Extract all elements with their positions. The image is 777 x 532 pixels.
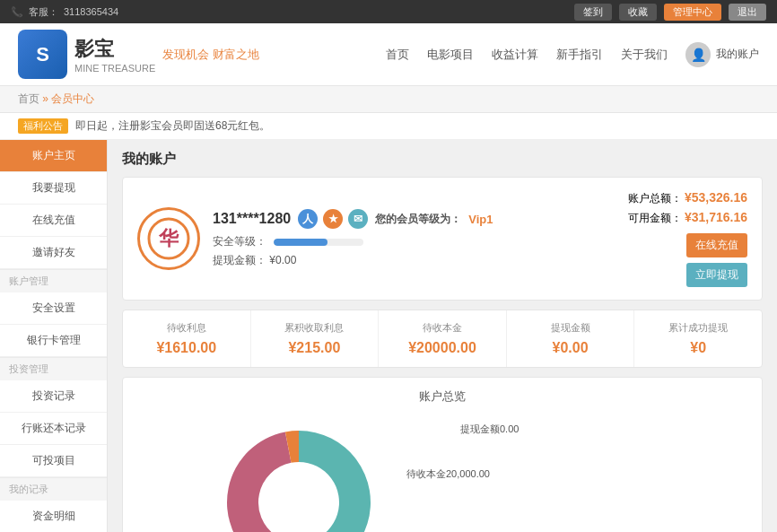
frozen-amount: ¥0.00	[269, 254, 296, 266]
stat-item-2: 待收本金¥20000.00	[379, 310, 507, 367]
stats-row: 待收利息¥1610.00累积收取利息¥215.00待收本金¥20000.00提现…	[122, 310, 763, 368]
breadcrumb-current: 会员中心	[51, 92, 94, 105]
chart-title: 账户总览	[137, 388, 747, 405]
breadcrumb-home[interactable]: 首页	[18, 92, 39, 105]
stat-value-2: ¥20000.00	[388, 340, 497, 356]
nav-about[interactable]: 关于我们	[621, 47, 668, 63]
available-amount: ¥31,716.16	[685, 210, 747, 224]
logo-text-block: 影宝 MINE TREASURE	[74, 36, 155, 74]
security-label: 安全等级：	[213, 234, 266, 249]
total-balance-amount: ¥53,326.16	[685, 190, 747, 205]
account-icons: 人 ★ ✉	[298, 209, 368, 229]
security-bar: 安全等级：	[213, 234, 615, 249]
topbar-right: 签到 收藏 管理中心 退出	[574, 4, 766, 21]
account-card: 华 131****1280 人 ★ ✉ 您的会员等级为： Vip1 安全等级：	[122, 177, 763, 301]
stat-item-4: 累计成功提现¥0	[634, 310, 762, 367]
sidebar-item-invite[interactable]: 邀请好友	[0, 237, 107, 269]
withdraw-button[interactable]: 立即提现	[686, 263, 747, 287]
chart-area: 账户总览 提现金额0.00 待收本金20,000.00 可用金额31,716.1…	[122, 377, 763, 532]
sidebar-item-repay-record[interactable]: 行账还本记录	[0, 413, 107, 445]
content-area: 我的账户 华 131****1280 人 ★ ✉ 您的会员等级为：	[108, 140, 777, 532]
customer-service-phone: 3118365434	[64, 6, 118, 17]
donut-chart-svg	[209, 413, 388, 533]
stat-value-4: ¥0	[643, 340, 753, 356]
sidebar-item-fund-detail[interactable]: 资金明细	[0, 501, 107, 532]
chart-label-principal: 待收本金20,000.00	[406, 467, 490, 481]
security-progress-bar	[274, 239, 363, 246]
chart-container: 提现金额0.00 待收本金20,000.00 可用金额31,716.16 待收利…	[137, 414, 747, 532]
logout-button[interactable]: 退出	[729, 4, 766, 21]
svg-text:华: 华	[158, 227, 179, 249]
account-title: 我的账户	[122, 151, 763, 168]
header: S 影宝 MINE TREASURE 发现机会 财富之地 首页 电影项目 收益计…	[0, 23, 777, 86]
topbar-left: 📞 客服： 3118365434	[11, 5, 118, 19]
account-phone-row: 131****1280 人 ★ ✉ 您的会员等级为： Vip1	[213, 209, 615, 229]
announcement-tag: 福利公告	[18, 118, 68, 134]
chart-label-frozen: 提现金额0.00	[460, 423, 519, 436]
security-progress-fill	[274, 239, 327, 246]
sidebar-group-invest: 投资管理	[0, 357, 107, 380]
vip-label: 您的会员等级为：	[375, 212, 461, 227]
stat-value-3: ¥0.00	[516, 340, 625, 356]
stat-item-3: 提现金额¥0.00	[507, 310, 635, 367]
collect-button[interactable]: 收藏	[619, 4, 657, 21]
stat-value-0: ¥1610.00	[132, 340, 241, 356]
logo-sub-text: MINE TREASURE	[74, 63, 155, 74]
sidebar-item-security[interactable]: 安全设置	[0, 292, 107, 325]
customer-service-label: 客服：	[29, 5, 58, 19]
breadcrumb: 首页 » 会员中心	[0, 86, 777, 113]
sidebar-item-projects[interactable]: 可投项目	[0, 445, 107, 477]
total-balance-row: 账户总额： ¥53,326.16	[628, 190, 747, 206]
logo-symbol: S	[36, 43, 49, 66]
account-phone-number: 131****1280	[213, 211, 291, 227]
nav-profit[interactable]: 收益计算	[492, 47, 538, 63]
sign-button[interactable]: 签到	[574, 4, 612, 21]
user-avatar: 👤	[685, 42, 711, 67]
sidebar-item-invest-record[interactable]: 投资记录	[0, 380, 107, 413]
account-security: 安全等级：	[213, 234, 615, 249]
logo-tagline: 发现机会 财富之地	[162, 47, 259, 63]
customer-service-icon: 📞	[11, 6, 23, 18]
frozen-label: 提现金额：	[213, 254, 266, 266]
account-balance-block: 账户总额： ¥53,326.16 可用金额： ¥31,716.16 在线充值 立…	[628, 190, 747, 287]
announcement-bar: 福利公告 即日起，注册影宝会员即固送68元红包。	[0, 113, 777, 140]
stat-label-0: 待收利息	[132, 321, 241, 335]
account-logo: 华	[137, 207, 200, 270]
logo-area: S 影宝 MINE TREASURE 发现机会 财富之地	[18, 30, 259, 79]
nav-home[interactable]: 首页	[386, 47, 409, 63]
logo-icon: S	[18, 30, 67, 79]
logo-main-text: 影宝	[74, 36, 155, 63]
sidebar-item-recharge[interactable]: 在线充值	[0, 205, 107, 237]
account-frozen: 提现金额： ¥0.00	[213, 253, 615, 268]
sidebar: 账户主页 我要提现 在线充值 邀请好友 账户管理 安全设置 银行卡管理 投资管理…	[0, 140, 108, 532]
account-info: 131****1280 人 ★ ✉ 您的会员等级为： Vip1 安全等级：	[213, 209, 615, 268]
sidebar-item-my-account[interactable]: 账户主页	[0, 140, 107, 172]
nav-guide[interactable]: 新手指引	[556, 47, 603, 63]
topbar: 📞 客服： 3118365434 签到 收藏 管理中心 退出	[0, 0, 777, 23]
user-label: 我的账户	[716, 47, 759, 62]
stat-label-2: 待收本金	[388, 321, 497, 335]
recharge-button[interactable]: 在线充值	[686, 233, 747, 257]
stat-item-1: 累积收取利息¥215.00	[251, 310, 380, 367]
sidebar-item-bank-card[interactable]: 银行卡管理	[0, 325, 107, 357]
manage-button[interactable]: 管理中心	[664, 4, 721, 21]
nav: 首页 电影项目 收益计算 新手指引 关于我们 👤 我的账户	[386, 42, 759, 67]
stat-label-4: 累计成功提现	[643, 321, 753, 335]
announcement-text: 即日起，注册影宝会员即固送68元红包。	[75, 118, 270, 134]
available-row: 可用金额： ¥31,716.16	[628, 210, 747, 226]
sidebar-group-my: 我的记录	[0, 477, 107, 501]
sidebar-item-withdrawal[interactable]: 我要提现	[0, 172, 107, 205]
icon-user[interactable]: 人	[298, 209, 318, 229]
user-area[interactable]: 👤 我的账户	[685, 42, 759, 67]
icon-mail[interactable]: ✉	[348, 209, 368, 229]
account-actions: 在线充值 立即提现	[628, 233, 747, 287]
stat-label-3: 提现金额	[516, 321, 625, 335]
donut-segment	[227, 432, 292, 532]
chart-labels-area: 提现金额0.00 待收本金20,000.00 可用金额31,716.16 待收利…	[406, 414, 676, 532]
main-layout: 账户主页 我要提现 在线充值 邀请好友 账户管理 安全设置 银行卡管理 投资管理…	[0, 140, 777, 532]
total-balance-label: 账户总额：	[628, 192, 682, 205]
icon-star[interactable]: ★	[323, 209, 343, 229]
stat-label-1: 累积收取利息	[260, 321, 370, 335]
available-label: 可用金额：	[628, 212, 682, 224]
nav-movies[interactable]: 电影项目	[427, 47, 474, 63]
